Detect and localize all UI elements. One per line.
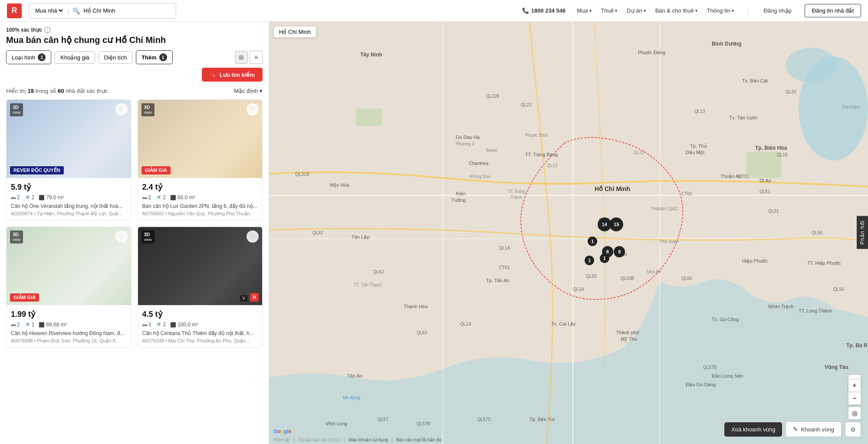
save-search-button[interactable]: 🔖 Lưu tìm kiếm	[202, 68, 263, 82]
favorite-button-4[interactable]: ♡	[247, 230, 259, 243]
card-price-1: 5.9 tỷ	[11, 182, 127, 192]
card-price-2: 2.4 tỷ	[142, 182, 258, 192]
card-desc-2: Bán căn hộ Lux Garden 2PN, tầng 6, đầy đ…	[142, 203, 258, 209]
card-desc-3: Căn hộ Heaven Riverview hướng Đông Nam, …	[11, 330, 127, 336]
nav-divider: |	[747, 6, 749, 15]
keyboard-shortcut-label: Phím tắt	[273, 437, 290, 442]
svg-text:TT. Tráng Bàng: TT. Tráng Bàng	[525, 152, 558, 157]
svg-text:QL1A: QL1A	[460, 322, 471, 326]
view-list-button[interactable]: ≡	[250, 51, 263, 64]
svg-text:Phuong 3: Phuong 3	[456, 141, 474, 146]
svg-text:Bavet: Bavet	[486, 148, 497, 153]
svg-text:Nhà Bè: Nhà Bè	[647, 270, 661, 274]
svg-text:QL62: QL62	[312, 230, 323, 235]
google-logo: Google	[273, 428, 291, 434]
search-bar[interactable]: Mua nhà Bán nhà | 🔍	[29, 3, 176, 19]
filter-dien-tich[interactable]: Diện tích	[99, 51, 132, 64]
favorite-button-3[interactable]: ♡	[115, 230, 128, 243]
svg-text:QL50B: QL50B	[621, 276, 634, 281]
listing-card-4[interactable]: 3Dview ♡ R V 4.5 tỷ 🛏 3 🚿 2	[138, 227, 263, 348]
badge-3d-3: 3Dview	[10, 230, 23, 243]
nav-item-mua[interactable]: Mua▾	[572, 5, 595, 16]
svg-text:Tx. Cai Lậy: Tx. Cai Lậy	[551, 321, 576, 327]
terms-link[interactable]: Điều khoản sử dụng	[349, 437, 388, 442]
favorite-button-2[interactable]: ♡	[247, 103, 259, 115]
left-panel: 100% xác thực i Mua bán căn hộ chung cư …	[0, 22, 269, 444]
filter-them[interactable]: Thêm 1	[136, 50, 173, 64]
bath-icon-3: 🚿	[24, 322, 30, 328]
info-icon: i	[44, 27, 50, 33]
card-price-3: 1.99 tỷ	[11, 309, 127, 319]
bath-icon-2: 🚿	[155, 195, 161, 201]
listing-card-3[interactable]: 3Dview GIẢM GIÁ ♡ 1.99 tỷ 🛏 2 🚿 1	[6, 227, 132, 348]
svg-text:Me Kong: Me Kong	[343, 395, 360, 400]
svg-text:TT. Tân Thạnh: TT. Tân Thạnh	[354, 283, 382, 287]
results-info: Hiển thị 19 trong số 60 nhà đất xác thực…	[6, 88, 263, 94]
login-button[interactable]: Đăng nhập	[757, 5, 797, 16]
area-4: ⬛ 100.0 m²	[170, 322, 198, 328]
nav-item-ban-cho-thue[interactable]: Bán & cho thuê▾	[651, 5, 702, 16]
card-body-2: 2.4 tỷ 🛏 2 🚿 2 ⬛ 68.0 m²	[138, 178, 263, 220]
svg-text:Chantrea: Chantrea	[469, 161, 489, 166]
svg-text:QL22: QL22	[521, 102, 532, 107]
map-location-button[interactable]: Hồ Chí Minh	[273, 26, 316, 38]
card-image-2: 3Dview GIẢM GIÁ ♡	[138, 100, 263, 178]
zoom-in-button[interactable]: +	[848, 379, 861, 392]
feedback-button[interactable]: Phản hồi	[857, 216, 868, 249]
area-2: ⬛ 68.0 m²	[170, 194, 195, 201]
svg-text:Đảo Long Sơn: Đảo Long Sơn	[712, 373, 743, 378]
cluster-pin-1b[interactable]: 1	[585, 256, 594, 265]
card-meta-3: A0876898 • Phạm Đức Sơn, Phường 16, Quận…	[11, 338, 127, 344]
filter-row: Loại hình 1 Khoảng giá Diện tích Thêm 1 …	[6, 50, 263, 82]
location-input[interactable]	[83, 7, 161, 14]
beds-4: 🛏 3	[142, 322, 151, 328]
property-type-select[interactable]: Mua nhà Bán nhà	[33, 7, 64, 14]
svg-text:QL228: QL228	[295, 171, 309, 177]
bed-icon-2: 🛏	[142, 195, 147, 200]
favorite-button-1[interactable]: ♡	[115, 103, 128, 115]
report-link[interactable]: Báo cáo một lỗi bản đồ	[396, 437, 441, 442]
nav-item-thue[interactable]: Thuê▾	[597, 5, 622, 16]
svg-text:THANH GIÁO: THANH GIÁO	[651, 206, 678, 211]
listing-card-1[interactable]: 3Dview REVER ĐỘC QUYỀN ♡ 5.9 tỷ 🛏 2 🚿 2	[6, 99, 132, 220]
svg-text:QL15: QL15	[777, 152, 788, 157]
filter-khoang-gia[interactable]: Khoảng giá	[55, 51, 95, 64]
nav-item-du-an[interactable]: Dự án▾	[622, 5, 650, 16]
card-specs-3: 🛏 2 🚿 1 ⬛ 68.68 m²	[11, 322, 127, 328]
bath-icon-1: 🚿	[24, 195, 30, 201]
view-grid-button[interactable]: ⊞	[235, 51, 248, 64]
filter-loai-hinh[interactable]: Loại hình 1	[6, 50, 51, 64]
register-button[interactable]: Đăng tin nhà đất	[805, 4, 861, 17]
svg-text:QL62: QL62	[373, 270, 384, 274]
svg-text:Phước Bình: Phước Bình	[525, 133, 548, 138]
listing-card-2[interactable]: 3Dview GIẢM GIÁ ♡ 2.4 tỷ 🛏 2 🚿 2	[138, 99, 263, 220]
filter-them-badge: 1	[159, 53, 167, 61]
cluster-pin-1c[interactable]: 1	[600, 253, 609, 263]
svg-text:TT. Hiệp Phước: TT. Hiệp Phước	[807, 260, 841, 266]
cluster-pin-1a[interactable]: 1	[588, 237, 597, 246]
svg-text:QL57: QL57	[378, 417, 388, 422]
sort-dropdown[interactable]: Mặc định ▾	[234, 88, 263, 94]
card-body-4: 4.5 tỷ 🛏 3 🚿 2 ⬛ 100.0 m²	[138, 305, 263, 347]
zoom-out-button[interactable]: −	[848, 392, 861, 405]
rever-logo-4: R	[250, 293, 259, 302]
svg-text:Thành: Thành	[510, 195, 522, 200]
map-background: QL228 QL228 QL22 QL13 QL20 QL62 QL1A QL5…	[269, 22, 868, 444]
map-bottom-bar: Xoá khoanh vùng ✎ Khoanh vùng ⊙	[724, 421, 861, 437]
svg-text:QL22: QL22	[547, 163, 558, 168]
map-container[interactable]: QL228 QL228 QL22 QL13 QL20 QL62 QL1A QL5…	[269, 22, 868, 444]
svg-text:Tx. Gò Công: Tx. Gò Công	[712, 317, 739, 322]
khoanh-vung-button[interactable]: ✎ Khoanh vùng	[786, 421, 842, 437]
svg-text:Hồ Chí Minh: Hồ Chí Minh	[595, 185, 630, 192]
gps-locate-button[interactable]: ◎	[848, 407, 861, 420]
cluster-pin-8b[interactable]: 8	[614, 246, 625, 257]
svg-text:Thuận An: Thuận An	[720, 174, 741, 179]
page-title: Mua bán căn hộ chung cư Hồ Chí Minh	[6, 35, 263, 45]
filter-loai-hinh-badge: 1	[38, 53, 46, 61]
nav-item-thong-tin[interactable]: Thông tin▾	[703, 5, 738, 16]
card-meta-1: A0269874 • Tạ Hiện, Phường Thạnh Mỹ Lợi,…	[11, 211, 127, 217]
cluster-pin-15[interactable]: 15	[609, 217, 623, 231]
gps-button[interactable]: ⊙	[845, 422, 861, 437]
xoa-khoanh-vung-button[interactable]: Xoá khoanh vùng	[724, 422, 782, 437]
svg-text:Phước Đồng: Phước Đồng	[638, 50, 665, 55]
